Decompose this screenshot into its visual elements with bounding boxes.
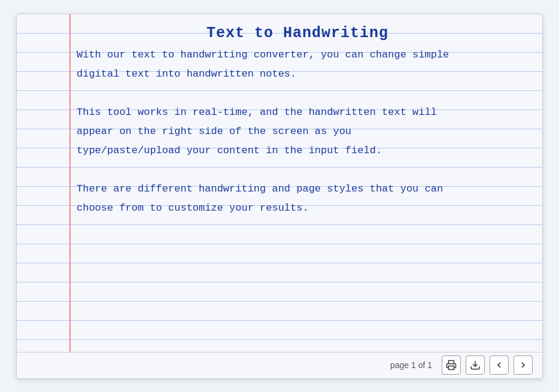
para3-line1: There are different handwriting and page…: [77, 180, 518, 199]
notebook: Text to Handwriting With our text to han…: [16, 14, 543, 379]
chevron-right-icon: [518, 360, 528, 370]
spacer-1: [77, 84, 518, 103]
para3-line2: choose from to customize your results.: [77, 199, 518, 218]
paragraph-1: With our text to handwriting converter, …: [77, 45, 518, 84]
paragraph-3: There are different handwriting and page…: [77, 180, 518, 218]
svg-rect-0: [449, 366, 454, 370]
download-button[interactable]: [466, 355, 485, 375]
page-container: Text to Handwriting With our text to han…: [0, 0, 559, 392]
para1-line2: digital text into handwritten notes.: [77, 65, 518, 84]
spacer-2: [77, 160, 518, 180]
content-area: Text to Handwriting With our text to han…: [17, 14, 542, 352]
para2-line2: appear on the right side of the screen a…: [77, 122, 518, 141]
lined-area: Text to Handwriting With our text to han…: [17, 14, 542, 352]
download-icon: [470, 360, 481, 370]
notebook-title: Text to Handwriting: [77, 24, 518, 43]
footer-bar: page 1 of 1: [17, 352, 542, 378]
print-icon: [446, 360, 457, 370]
para1-line1: With our text to handwriting converter, …: [77, 45, 518, 65]
chevron-left-icon: [494, 360, 504, 370]
page-info: page 1 of 1: [390, 360, 432, 370]
next-page-button[interactable]: [514, 355, 533, 375]
print-button[interactable]: [442, 355, 461, 375]
paragraph-2: This tool works in real-time, and the ha…: [77, 103, 518, 160]
prev-page-button[interactable]: [490, 355, 509, 375]
para2-line1: This tool works in real-time, and the ha…: [77, 103, 518, 122]
para2-line3: type/paste/upload your content in the in…: [77, 141, 518, 160]
